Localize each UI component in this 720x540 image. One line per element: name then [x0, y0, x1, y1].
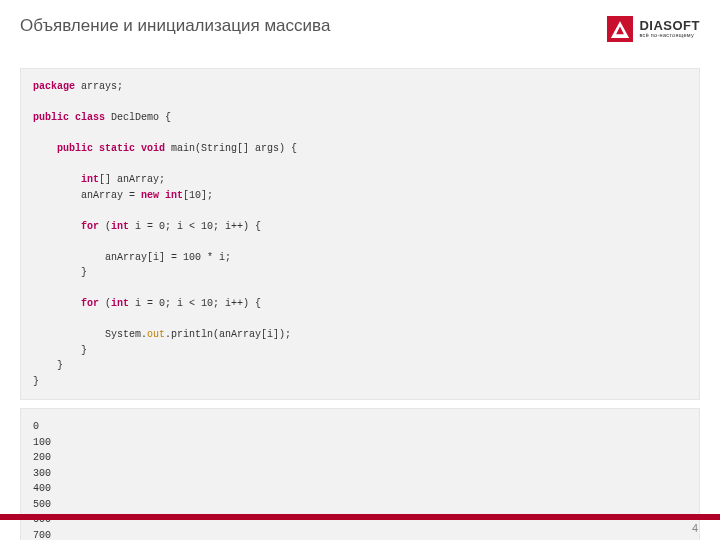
kw-int-2: int	[165, 190, 183, 201]
for-cond: i = 0; i < 10; i++) {	[129, 221, 261, 232]
kw-int-3: int	[111, 221, 129, 232]
page-number: 4	[692, 522, 698, 534]
logo: DIASOFT всё по-настоящему	[607, 16, 700, 42]
footer-bar	[0, 514, 720, 520]
kw-class: class	[75, 112, 105, 123]
logo-brand: DIASOFT	[639, 19, 700, 32]
assign-post: [10];	[183, 190, 213, 201]
logo-text: DIASOFT всё по-настоящему	[639, 19, 700, 39]
kw-package: package	[33, 81, 75, 92]
kw-public-2: public	[57, 143, 93, 154]
kw-new: new	[141, 190, 159, 201]
print-pre: System.	[33, 329, 147, 340]
assign-pre: anArray =	[33, 190, 141, 201]
loop1-body: anArray[i] = 100 * i;	[33, 252, 231, 263]
close-1: }	[33, 267, 87, 278]
main-sig: main(String[] args) {	[165, 143, 297, 154]
output-block: 0 100 200 300 400 500 600 700 800 900	[20, 408, 700, 540]
logo-tagline: всё по-настоящему	[639, 33, 700, 39]
print-post: .println(anArray[i]);	[165, 329, 291, 340]
kw-public: public	[33, 112, 69, 123]
header: Объявление и инициализация массива DIASO…	[0, 0, 720, 50]
kw-void: void	[141, 143, 165, 154]
kw-int-4: int	[111, 298, 129, 309]
kw-static: static	[99, 143, 135, 154]
close-4: }	[33, 376, 39, 387]
close-2: }	[33, 345, 87, 356]
logo-icon	[607, 16, 633, 42]
array-decl: [] anArray;	[99, 174, 165, 185]
kw-for-2: for	[81, 298, 99, 309]
kw-for: for	[81, 221, 99, 232]
code-block: package arrays; public class DeclDemo { …	[20, 68, 700, 400]
class-name: DeclDemo {	[105, 112, 171, 123]
kw-int: int	[81, 174, 99, 185]
close-3: }	[33, 360, 63, 371]
for-cond-2: i = 0; i < 10; i++) {	[129, 298, 261, 309]
page-title: Объявление и инициализация массива	[20, 16, 330, 36]
package-name: arrays;	[75, 81, 123, 92]
kw-out: out	[147, 329, 165, 340]
